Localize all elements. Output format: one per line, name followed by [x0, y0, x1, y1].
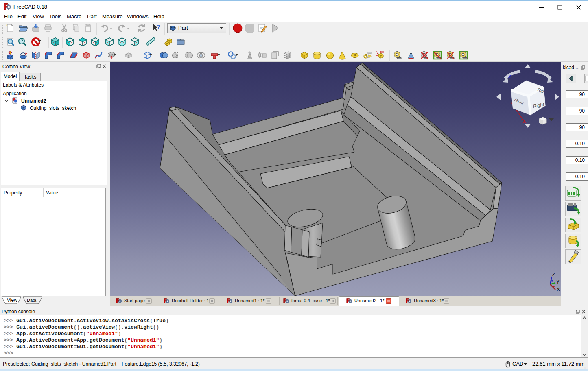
svg-text:Z: Z — [508, 74, 511, 79]
svg-text:?: ? — [157, 23, 160, 30]
svg-text:X: X — [523, 119, 526, 124]
svg-text:X: X — [557, 287, 560, 292]
svg-text:Z: Z — [552, 272, 555, 277]
svg-text:Y: Y — [556, 279, 560, 285]
